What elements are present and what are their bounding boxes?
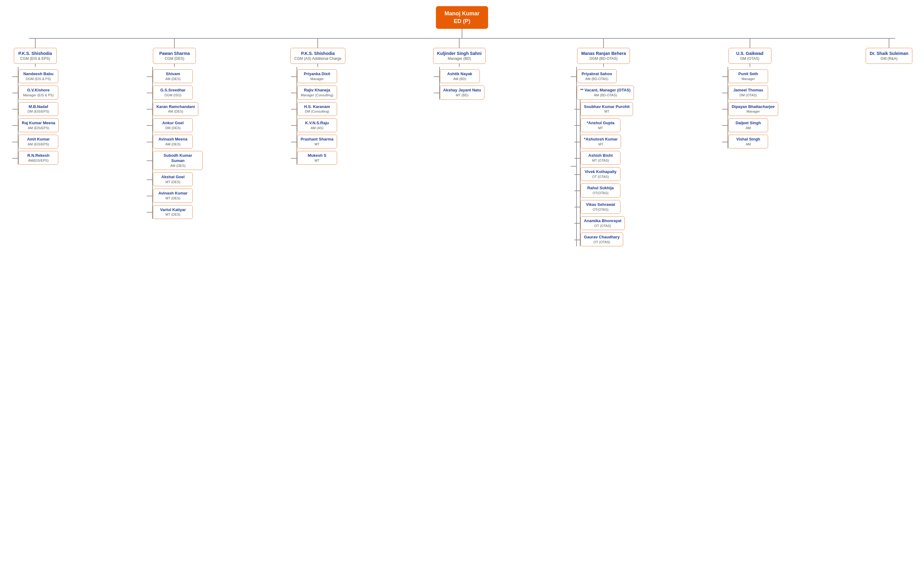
person-box: Vishal Singh AM xyxy=(728,135,768,148)
col3-child-3: K.V.N.S.Raju AM (AS) xyxy=(297,118,337,132)
col5-gc-0: Soubhav Kumar Purohit MT xyxy=(580,102,633,116)
col5-gc-3: Ashish Bisht MT (OTAS) xyxy=(580,151,633,165)
col3-child-4: Prashant Sharma MT xyxy=(297,135,337,148)
person-box: M.B.Nadaf DM (EIS/EPS) xyxy=(18,102,58,116)
person-box: *Anshul Gupta MT xyxy=(580,118,620,132)
col5-header-name: Manas Ranjan Behera xyxy=(581,51,626,56)
person-box: Mukesh S MT xyxy=(297,151,337,165)
person-box: Rajiv Khaneja Manager (Consulting) xyxy=(297,85,337,99)
col1-vline-top xyxy=(35,39,36,48)
col4-child-1: Akshay Jayant Natu MT (BD) xyxy=(440,85,485,99)
col4-vline-mid xyxy=(459,64,459,67)
col5-header: Manas Ranjan Behera DGM (BD-OTAS) xyxy=(577,48,630,64)
col7-header-role: GM (R&A) xyxy=(870,57,908,61)
col1-child-0: Nandeesh Babu DGM (EIS & PS) xyxy=(18,69,58,83)
col4-header: Kuljinder Singh Sahni Manager (BD) xyxy=(433,48,486,64)
org-chart: Manoj Kumar ED (P) P.K.S. Shishodia CGM … xyxy=(6,6,918,246)
col6-child-4: Vishal Singh AM xyxy=(728,135,778,148)
col4-header-name: Kuljinder Singh Sahni xyxy=(437,51,482,56)
person-box: Ashish Bisht MT (OTAS) xyxy=(580,151,620,165)
col6-vline-top xyxy=(750,39,750,48)
person-box: H.S. Karanam DM (Consulting) xyxy=(297,102,337,116)
col6: U.S. Gaikwad GM (OTAS) Punit Seth Manage… xyxy=(719,39,780,148)
person-box: Anamika Bhonrayat OT (OTAS) xyxy=(580,216,625,230)
person-box: Daljeet Singh AM xyxy=(728,118,768,132)
col6-child-2: Dipayan Bhattacharjee Manager xyxy=(728,102,778,116)
col6-header: U.S. Gaikwad GM (OTAS) xyxy=(729,48,771,64)
col5-vacant-tree: ** Vacant, Manager (OTAS) AM (BD-OTAS) S… xyxy=(577,85,634,246)
person-box: G.S.Sreedhar DGM (ISO) xyxy=(153,85,193,99)
col2-header: Pawan Sharma CGM (DES) xyxy=(153,48,196,64)
col7-vline-top xyxy=(889,39,889,48)
col5-vline-top xyxy=(603,39,604,48)
col7-header: Dr. Shaik Suleiman GM (R&A) xyxy=(866,48,912,64)
col1-children: Nandeesh Babu DGM (EIS & PS) G.V.Kishore… xyxy=(18,67,58,165)
col2-child-1: G.S.Sreedhar DGM (ISO) xyxy=(153,85,202,99)
col1-child-4: Amit Kumar AM (EIS/EPS) xyxy=(18,135,58,148)
person-box: Akshay Jayant Natu MT (BD) xyxy=(440,85,485,99)
col3-header-role: CGM (AS) Additional Charge xyxy=(294,57,341,61)
col5-tree: Priyabrat Sahoo AM (BD-OTAS) ** Vacant, … xyxy=(576,67,634,246)
col5-gc-2: *Ashutosh Kumar MT xyxy=(580,135,633,148)
col5-grandchildren: Soubhav Kumar Purohit MT *Anshul Gupta M… xyxy=(580,100,633,247)
col2: Pawan Sharma CGM (DES) Shivam AM (DES) G… xyxy=(144,39,205,219)
col4-child-0: Ashtik Nayak AM (BD) xyxy=(440,69,485,83)
person-box: Akshat Goel MT (DES) xyxy=(153,172,193,186)
col3-vline-top xyxy=(317,39,318,48)
col7: Dr. Shaik Suleiman GM (R&A) xyxy=(863,39,915,64)
person-box: Nandeesh Babu DGM (EIS & PS) xyxy=(18,69,58,83)
col2-vline-top xyxy=(174,39,175,48)
col4-vline-top xyxy=(459,39,459,48)
col7-header-name: Dr. Shaik Suleiman xyxy=(870,51,908,56)
person-box: Subodh Kumar Suman AM (DES) xyxy=(153,151,202,170)
person-box: ** Vacant, Manager (OTAS) AM (BD-OTAS) xyxy=(577,85,634,99)
person-box: Jameel Thomas DM (OTAS) xyxy=(728,85,768,99)
col3-vline-mid xyxy=(317,64,318,67)
col1-header-name: P.K.S. Shishodia xyxy=(18,51,53,56)
col1-child-5: R.N.Rekesh AM(EIS/EPS) xyxy=(18,151,58,165)
col5-gc-5: Rahul Sukhija OT(OTAS) xyxy=(580,183,633,197)
col5-child-vacant: ** Vacant, Manager (OTAS) AM (BD-OTAS) S… xyxy=(577,85,634,246)
top-hline xyxy=(29,38,895,39)
col5-gc-1: *Anshul Gupta MT xyxy=(580,118,633,132)
col1-header: P.K.S. Shishodia CGM (EIS & EPS) xyxy=(14,48,57,64)
col2-child-5: Subodh Kumar Suman AM (DES) xyxy=(153,151,202,170)
col6-child-1: Jameel Thomas DM (OTAS) xyxy=(728,85,778,99)
col6-header-role: GM (OTAS) xyxy=(732,57,768,61)
col5-header-role: DGM (BD-OTAS) xyxy=(581,57,626,61)
col6-child-3: Daljeet Singh AM xyxy=(728,118,778,132)
root-connector xyxy=(462,29,462,38)
person-box: Punit Seth Manager xyxy=(728,69,768,83)
col2-vline-mid xyxy=(174,64,175,67)
col2-child-4: Avinash Meena AM (DES) xyxy=(153,135,202,148)
col4-children: Ashtik Nayak AM (BD) Akshay Jayant Natu … xyxy=(439,67,485,99)
col1-child-3: Raj Kumar Meena AM (EIS/EPS) xyxy=(18,118,58,132)
col6-header-name: U.S. Gaikwad xyxy=(732,51,768,56)
person-box: Dipayan Bhattacharjee Manager xyxy=(728,102,778,116)
col2-header-role: CGM (DES) xyxy=(157,57,192,61)
col3-header-name: P.K.S. Shishodia xyxy=(294,51,341,56)
col5-gc-7: Anamika Bhonrayat OT (OTAS) xyxy=(580,216,633,230)
person-box: Vartul Katiyar MT (DES) xyxy=(153,205,193,219)
person-box: Vivek Kothapally OT (OTAS) xyxy=(580,167,620,181)
col5-level1-branch: Priyabrat Sahoo AM (BD-OTAS) ** Vacant, … xyxy=(576,67,634,246)
col3-child-1: Rajiv Khaneja Manager (Consulting) xyxy=(297,85,337,99)
root-name: Manoj Kumar xyxy=(444,10,480,18)
col2-header-name: Pawan Sharma xyxy=(157,51,192,56)
col2-children: Shivam AM (DES) G.S.Sreedhar DGM (ISO) K… xyxy=(152,67,202,219)
col4: Kuljinder Singh Sahni Manager (BD) Ashti… xyxy=(431,39,488,99)
col2-child-0: Shivam AM (DES) xyxy=(153,69,202,83)
person-box: G.V.Kishore Manager (EIS & PS) xyxy=(18,85,58,99)
person-box: Shivam AM (DES) xyxy=(153,69,193,83)
person-box: Rahul Sukhija OT(OTAS) xyxy=(580,183,620,197)
col5: Manas Ranjan Behera DGM (BD-OTAS) Priyab… xyxy=(571,39,636,246)
col3-children: Priyanka Dixit Manager Rajiv Khaneja Man… xyxy=(297,67,337,165)
person-box: Avinash Meena AM (DES) xyxy=(153,135,193,148)
col6-children: Punit Seth Manager Jameel Thomas DM (OTA… xyxy=(728,67,778,148)
col2-child-2: Karan Ramchandani AM (DES) xyxy=(153,102,202,116)
col1-child-2: M.B.Nadaf DM (EIS/EPS) xyxy=(18,102,58,116)
col5-child-priyabrat: Priyabrat Sahoo AM (BD-OTAS) xyxy=(577,69,634,83)
col3-header: P.K.S. Shishodia CGM (AS) Additional Cha… xyxy=(290,48,345,64)
person-box: Karan Ramchandani AM (DES) xyxy=(153,102,198,116)
col5-vline-mid xyxy=(603,64,604,67)
